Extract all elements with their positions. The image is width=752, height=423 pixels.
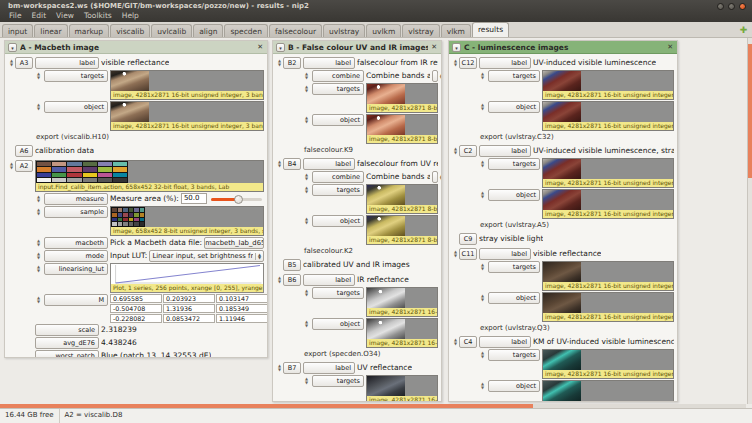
column-menu-button[interactable]: ▾ xyxy=(276,43,285,52)
row-spinner[interactable]: ▲▼ xyxy=(276,362,283,371)
menu-edit[interactable]: Edit xyxy=(27,11,52,22)
row-id-button-A2[interactable]: A2 xyxy=(15,160,33,172)
image-display[interactable]: image, 4281x2871 8-bit unsigned integer,… xyxy=(366,215,438,245)
matrix-cell[interactable]: 1.11946 xyxy=(216,314,268,323)
matrix-cell[interactable]: 1.31936 xyxy=(163,304,215,313)
image-display[interactable]: image, 4281x2871 16-bit unsigned integer… xyxy=(366,287,438,317)
workspace-tab-uvlstray[interactable]: uvlstray xyxy=(323,24,365,37)
item-spinner[interactable]: ▲▼ xyxy=(35,101,42,110)
row-id-button-B5[interactable]: B5 xyxy=(283,259,301,271)
targets-button[interactable]: targets xyxy=(488,158,540,170)
label-button[interactable]: label xyxy=(479,57,531,69)
column-close-icon[interactable]: ✕ xyxy=(431,43,438,52)
workspace-tab-uvlkm[interactable]: uvlkm xyxy=(366,24,401,37)
matrix-cell[interactable]: 0.203923 xyxy=(163,294,215,303)
object-button[interactable]: object xyxy=(312,114,364,126)
image-display[interactable]: image, 4281x2871 16-bit unsigned integer… xyxy=(110,101,264,131)
row-spinner[interactable]: ▲▼ xyxy=(8,57,15,66)
column-close-icon[interactable]: ✕ xyxy=(257,43,264,52)
matrix-cell[interactable]: 0.103147 xyxy=(216,294,268,303)
item-spinner[interactable]: ▲▼ xyxy=(303,287,310,296)
row-id-button-B6[interactable]: B6 xyxy=(283,274,301,286)
workspace-tab-specden[interactable]: specden xyxy=(224,24,268,37)
combine-select[interactable]: X - RG▲▼ xyxy=(432,70,438,82)
workspace-tab-linear[interactable]: linear xyxy=(34,24,67,37)
object-button[interactable]: object xyxy=(488,101,540,113)
image-display[interactable]: image, 4281x2871 16-bit unsigned integer… xyxy=(366,375,438,402)
item-spinner[interactable]: ▲▼ xyxy=(479,189,486,198)
item-spinner[interactable]: ▲▼ xyxy=(303,184,310,193)
mode-select[interactable]: Linear input, set brightness from chart▲… xyxy=(149,250,264,262)
workspace-tab-falsecolour[interactable]: falsecolour xyxy=(269,24,322,37)
object-button[interactable]: object xyxy=(44,101,108,113)
item-spinner[interactable]: ▲▼ xyxy=(303,171,310,180)
item-spinner[interactable]: ▲▼ xyxy=(35,206,42,215)
workspace-tab-uvlcalib[interactable]: uvlcalib xyxy=(151,24,192,37)
label-button[interactable]: label xyxy=(303,57,355,69)
targets-button[interactable]: targets xyxy=(44,70,108,82)
image-display[interactable]: image, 4281x2871 16-bit unsigned integer… xyxy=(542,261,674,291)
row-id-button-C11[interactable]: C11 xyxy=(459,248,477,260)
item-spinner[interactable]: ▲▼ xyxy=(479,158,486,167)
image-display[interactable]: image, 4281x2871 16-bit unsigned integer… xyxy=(542,101,674,131)
item-spinner[interactable]: ▲▼ xyxy=(479,261,486,270)
item-spinner[interactable]: ▲▼ xyxy=(303,215,310,224)
minimize-button[interactable] xyxy=(717,3,724,10)
object-button[interactable]: object xyxy=(312,215,364,227)
row-spinner[interactable]: ▲▼ xyxy=(276,158,283,167)
linearising_lut-button[interactable]: linearising_lut xyxy=(44,263,108,275)
column-header[interactable]: ▾B - False colour UV and IR images✕ xyxy=(273,41,441,54)
image-display[interactable]: image, 4281x2871 16-bit unsigned integer… xyxy=(542,349,674,379)
targets-button[interactable]: targets xyxy=(312,83,364,95)
image-display[interactable]: image, 4281x2871 16-bit unsigned integer… xyxy=(542,380,674,402)
label-button[interactable]: label xyxy=(303,158,355,170)
item-spinner[interactable]: ▲▼ xyxy=(35,70,42,79)
macbeth-file-button[interactable]: macbeth_lab_d65.mat xyxy=(204,237,264,249)
measure-value-input[interactable]: 50.0 xyxy=(181,193,207,204)
item-spinner[interactable]: ▲▼ xyxy=(303,83,310,92)
slider-handle[interactable] xyxy=(234,195,243,204)
targets-button[interactable]: targets xyxy=(488,349,540,361)
image-display[interactable]: image, 4281x2871 8-bit unsigned integer,… xyxy=(366,83,438,113)
item-spinner[interactable]: ▲▼ xyxy=(479,380,486,389)
measure-slider[interactable] xyxy=(209,193,264,205)
label-button[interactable]: label xyxy=(35,57,99,69)
workspace-tab-results[interactable]: results xyxy=(472,22,509,37)
item-spinner[interactable]: ▲▼ xyxy=(35,237,42,246)
sample-button[interactable]: sample xyxy=(44,206,108,218)
object-button[interactable]: object xyxy=(488,380,540,392)
label-button[interactable]: label xyxy=(479,145,531,157)
column-menu-button[interactable]: ▾ xyxy=(452,43,461,52)
matrix-cell[interactable]: 0.695585 xyxy=(110,294,162,303)
combine-select[interactable]: GB - X▲▼ xyxy=(432,171,438,183)
M-button[interactable]: M xyxy=(44,294,108,306)
item-spinner[interactable]: ▲▼ xyxy=(303,114,310,123)
object-button[interactable]: object xyxy=(488,292,540,304)
column-menu-button[interactable]: ▾ xyxy=(8,43,17,52)
targets-button[interactable]: targets xyxy=(488,261,540,273)
row-spinner[interactable]: ▲▼ xyxy=(452,145,459,154)
image-display[interactable]: input.Find_calib_item.action, 658x452 32… xyxy=(35,160,264,192)
add-workspace-button[interactable]: ✚ xyxy=(738,25,749,36)
row-spinner[interactable]: ▲▼ xyxy=(452,336,459,345)
macbeth-button[interactable]: macbeth xyxy=(44,237,108,249)
row-spinner[interactable]: ▲▼ xyxy=(452,248,459,257)
avg_dE76-button[interactable]: avg_dE76 xyxy=(35,337,99,349)
image-display[interactable]: image, 4281x2871 16-bit unsigned integer… xyxy=(542,70,674,100)
row-id-button-A6[interactable]: A6 xyxy=(15,145,33,157)
item-spinner[interactable]: ▲▼ xyxy=(35,250,42,259)
item-spinner[interactable]: ▲▼ xyxy=(479,101,486,110)
row-id-button-A3[interactable]: A3 xyxy=(15,57,33,69)
row-id-button-C12[interactable]: C12 xyxy=(459,57,477,69)
image-display[interactable]: image, 4281x2871 16-bit unsigned integer… xyxy=(366,318,438,348)
row-id-button-B2[interactable]: B2 xyxy=(283,57,301,69)
workspace-tab-vlstray[interactable]: vlstray xyxy=(402,24,440,37)
row-id-button-C4[interactable]: C4 xyxy=(459,336,477,348)
row-spinner[interactable]: ▲▼ xyxy=(276,274,283,283)
label-button[interactable]: label xyxy=(479,336,531,348)
close-button[interactable] xyxy=(739,3,746,10)
scale-button[interactable]: scale xyxy=(35,324,99,336)
maximize-button[interactable] xyxy=(728,3,735,10)
combine-button[interactable]: combine xyxy=(312,171,364,183)
label-button[interactable]: label xyxy=(303,362,355,374)
